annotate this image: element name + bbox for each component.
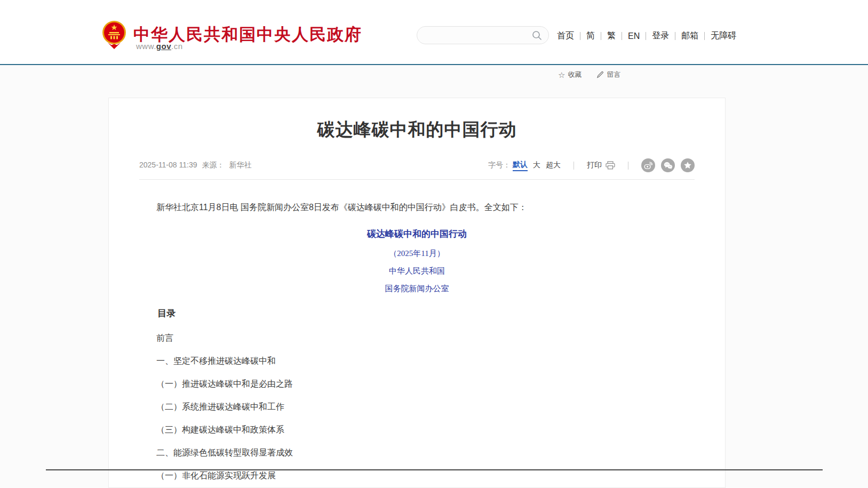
site-url-www: www. xyxy=(136,42,156,51)
article-body: 新华社北京11月8日电 国务院新闻办公室8日发布《碳达峰碳中和的中国行动》白皮书… xyxy=(139,201,695,480)
source-name[interactable]: 新华社 xyxy=(229,161,251,170)
star-share-icon[interactable] xyxy=(681,158,695,172)
nav-accessibility[interactable]: 无障碍 xyxy=(705,30,742,42)
whitepaper-date: （2025年11月） xyxy=(139,249,695,259)
font-size-xlarge-button[interactable]: 超大 xyxy=(546,161,561,170)
intro-paragraph: 新华社北京11月8日电 国务院新闻办公室8日发布《碳达峰碳中和的中国行动》白皮书… xyxy=(139,201,695,214)
message-button[interactable]: 留言 xyxy=(596,70,620,79)
font-size-label: 字号： xyxy=(488,161,511,170)
article-meta-right: 字号： 默认 大 超大 打印 xyxy=(488,158,695,172)
source-label: 来源： xyxy=(202,161,224,170)
article-title: 碳达峰碳中和的中国行动 xyxy=(125,118,709,142)
table-of-contents: 前言 一、坚定不移推进碳达峰碳中和 （一）推进碳达峰碳中和是必由之路 （二）系统… xyxy=(139,334,695,480)
star-outline-icon: ☆ xyxy=(558,71,565,79)
nav-home[interactable]: 首页 xyxy=(557,30,580,42)
site-url-gov: gov xyxy=(156,42,171,51)
search-icon[interactable] xyxy=(531,30,543,41)
message-label: 留言 xyxy=(607,70,620,79)
article-card: 碳达峰碳中和的中国行动 2025-11-08 11:39 来源： 新华社 字号：… xyxy=(108,98,726,488)
printer-icon xyxy=(606,161,615,170)
meta-divider-bar xyxy=(574,162,574,170)
pencil-icon xyxy=(596,71,604,78)
meta-underline-rule xyxy=(139,179,695,180)
font-size-large-button[interactable]: 大 xyxy=(533,161,540,170)
print-button[interactable]: 打印 xyxy=(587,161,615,170)
share-buttons xyxy=(641,158,695,172)
national-emblem-icon xyxy=(101,19,127,50)
font-size-default-button[interactable]: 默认 xyxy=(513,160,528,171)
whitepaper-org-line1: 中华人民共和国 xyxy=(139,266,695,276)
toc-item-section2-1: （一）非化石能源实现跃升发展 xyxy=(139,471,695,480)
toc-item-section1-3: （三）构建碳达峰碳中和政策体系 xyxy=(139,426,695,434)
whitepaper-org-line2: 国务院新闻办公室 xyxy=(139,284,695,294)
nav-simplified[interactable]: 简 xyxy=(580,30,601,42)
nav-mail[interactable]: 邮箱 xyxy=(675,30,704,42)
print-label: 打印 xyxy=(587,161,602,170)
site-header: 中华人民共和国中央人民政府 www.gov.cn 首页 简 繁 EN 登录 邮箱 xyxy=(0,0,868,64)
toc-item-section1: 一、坚定不移推进碳达峰碳中和 xyxy=(139,357,695,365)
article-meta-row: 2025-11-08 11:39 来源： 新华社 字号： 默认 大 超大 打印 xyxy=(139,159,695,171)
weibo-share-icon[interactable] xyxy=(641,158,655,172)
publish-date: 2025-11-08 11:39 xyxy=(139,161,197,170)
page-tools: ☆ 收藏 留言 xyxy=(558,70,620,79)
site-url[interactable]: www.gov.cn xyxy=(136,42,183,51)
top-nav: 首页 简 繁 EN 登录 邮箱 无障碍 xyxy=(557,30,742,42)
whitepaper-title: 碳达峰碳中和的中国行动 xyxy=(139,228,695,240)
toc-item-section2: 二、能源绿色低碳转型取得显著成效 xyxy=(139,449,695,457)
nav-traditional[interactable]: 繁 xyxy=(601,30,622,42)
gov-cn-page: 中华人民共和国中央人民政府 www.gov.cn 首页 简 繁 EN 登录 邮箱 xyxy=(0,0,868,488)
toc-item-section1-2: （二）系统推进碳达峰碳中和工作 xyxy=(139,403,695,411)
toc-item-foreword: 前言 xyxy=(139,334,695,342)
meta-divider-bar xyxy=(628,162,628,170)
site-url-cn: .cn xyxy=(171,42,183,51)
search-input[interactable] xyxy=(426,27,530,44)
search-box xyxy=(417,26,549,44)
footer-top-rule xyxy=(46,469,823,470)
article-meta-left: 2025-11-08 11:39 来源： 新华社 xyxy=(139,161,251,170)
nav-login[interactable]: 登录 xyxy=(646,30,675,42)
nav-english[interactable]: EN xyxy=(622,31,646,41)
toc-item-section1-1: （一）推进碳达峰碳中和是必由之路 xyxy=(139,380,695,388)
toc-heading: 目录 xyxy=(139,307,695,319)
wechat-share-icon[interactable] xyxy=(661,158,675,172)
favorite-button[interactable]: ☆ 收藏 xyxy=(558,70,582,79)
favorite-label: 收藏 xyxy=(568,70,582,79)
national-emblem-logo[interactable] xyxy=(101,19,127,50)
